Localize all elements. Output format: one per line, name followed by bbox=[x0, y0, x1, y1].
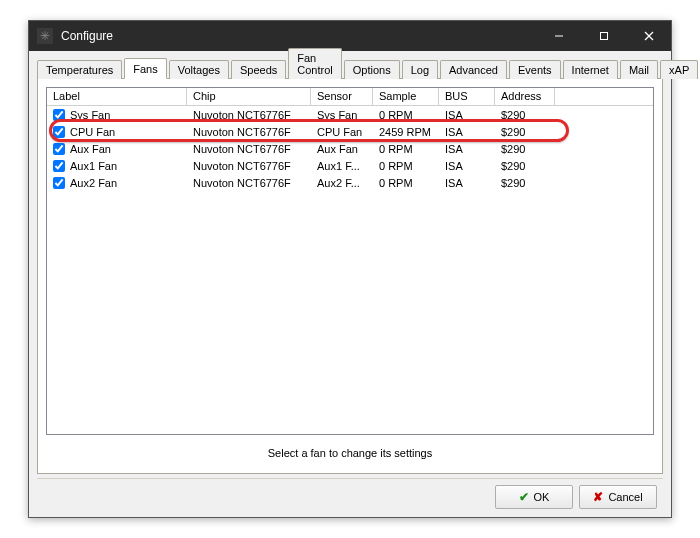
close-button[interactable] bbox=[626, 21, 671, 51]
listview-body: Sys FanNuvoton NCT6776FSys Fan0 RPMISA$2… bbox=[47, 106, 653, 191]
row-chip: Nuvoton NCT6776F bbox=[187, 143, 311, 155]
row-sample: 0 RPM bbox=[373, 177, 439, 189]
row-sensor: Aux2 F... bbox=[311, 177, 373, 189]
row-bus: ISA bbox=[439, 177, 495, 189]
tab-options[interactable]: Options bbox=[344, 60, 400, 79]
row-sensor: CPU Fan bbox=[311, 126, 373, 138]
row-address: $290 bbox=[495, 177, 555, 189]
row-sensor: Sys Fan bbox=[311, 109, 373, 121]
row-bus: ISA bbox=[439, 126, 495, 138]
tab-panel-fans: Label Chip Sensor Sample BUS Address Sys… bbox=[37, 79, 663, 474]
tab-events[interactable]: Events bbox=[509, 60, 561, 79]
row-sample: 0 RPM bbox=[373, 160, 439, 172]
row-label: Sys Fan bbox=[70, 109, 110, 121]
row-sensor: Aux Fan bbox=[311, 143, 373, 155]
tab-internet[interactable]: Internet bbox=[563, 60, 618, 79]
row-checkbox[interactable] bbox=[53, 143, 65, 155]
row-chip: Nuvoton NCT6776F bbox=[187, 177, 311, 189]
row-sensor: Aux1 F... bbox=[311, 160, 373, 172]
check-icon: ✔ bbox=[519, 490, 529, 504]
row-sample: 0 RPM bbox=[373, 143, 439, 155]
cancel-button[interactable]: ✘ Cancel bbox=[579, 485, 657, 509]
table-row[interactable]: Aux2 FanNuvoton NCT6776FAux2 F...0 RPMIS… bbox=[47, 174, 653, 191]
cross-icon: ✘ bbox=[593, 490, 603, 504]
svg-rect-1 bbox=[600, 33, 607, 40]
row-label: CPU Fan bbox=[70, 126, 115, 138]
row-address: $290 bbox=[495, 143, 555, 155]
row-label: Aux1 Fan bbox=[70, 160, 117, 172]
listview-header: Label Chip Sensor Sample BUS Address bbox=[47, 88, 653, 106]
row-bus: ISA bbox=[439, 160, 495, 172]
col-address[interactable]: Address bbox=[495, 88, 555, 105]
row-checkbox[interactable] bbox=[53, 109, 65, 121]
row-checkbox[interactable] bbox=[53, 177, 65, 189]
tab-voltages[interactable]: Voltages bbox=[169, 60, 229, 79]
row-checkbox[interactable] bbox=[53, 126, 65, 138]
col-bus[interactable]: BUS bbox=[439, 88, 495, 105]
window-title: Configure bbox=[61, 29, 113, 43]
cancel-button-label: Cancel bbox=[608, 491, 642, 503]
row-sample: 0 RPM bbox=[373, 109, 439, 121]
row-address: $290 bbox=[495, 126, 555, 138]
ok-button-label: OK bbox=[534, 491, 550, 503]
row-bus: ISA bbox=[439, 143, 495, 155]
tab-strip: TemperaturesFansVoltagesSpeedsFan Contro… bbox=[37, 57, 663, 79]
tab-speeds[interactable]: Speeds bbox=[231, 60, 286, 79]
row-sample: 2459 RPM bbox=[373, 126, 439, 138]
row-address: $290 bbox=[495, 109, 555, 121]
col-label[interactable]: Label bbox=[47, 88, 187, 105]
fan-listview[interactable]: Label Chip Sensor Sample BUS Address Sys… bbox=[46, 87, 654, 435]
tab-fans[interactable]: Fans bbox=[124, 58, 166, 79]
col-sample[interactable]: Sample bbox=[373, 88, 439, 105]
tab-temperatures[interactable]: Temperatures bbox=[37, 60, 122, 79]
ok-button[interactable]: ✔ OK bbox=[495, 485, 573, 509]
configure-window: ✳ Configure TemperaturesFansVoltagesSpee… bbox=[28, 20, 672, 518]
row-chip: Nuvoton NCT6776F bbox=[187, 160, 311, 172]
row-label: Aux Fan bbox=[70, 143, 111, 155]
titlebar: ✳ Configure bbox=[29, 21, 671, 51]
row-label: Aux2 Fan bbox=[70, 177, 117, 189]
button-row: ✔ OK ✘ Cancel bbox=[37, 478, 663, 509]
tab-advanced[interactable]: Advanced bbox=[440, 60, 507, 79]
app-icon: ✳ bbox=[37, 28, 53, 44]
table-row[interactable]: Sys FanNuvoton NCT6776FSys Fan0 RPMISA$2… bbox=[47, 106, 653, 123]
table-row[interactable]: Aux1 FanNuvoton NCT6776FAux1 F...0 RPMIS… bbox=[47, 157, 653, 174]
table-row[interactable]: Aux FanNuvoton NCT6776FAux Fan0 RPMISA$2… bbox=[47, 140, 653, 157]
table-row[interactable]: CPU FanNuvoton NCT6776FCPU Fan2459 RPMIS… bbox=[47, 123, 653, 140]
row-bus: ISA bbox=[439, 109, 495, 121]
col-chip[interactable]: Chip bbox=[187, 88, 311, 105]
tab-mail[interactable]: Mail bbox=[620, 60, 658, 79]
maximize-button[interactable] bbox=[581, 21, 626, 51]
col-sensor[interactable]: Sensor bbox=[311, 88, 373, 105]
tab-log[interactable]: Log bbox=[402, 60, 438, 79]
row-chip: Nuvoton NCT6776F bbox=[187, 126, 311, 138]
row-chip: Nuvoton NCT6776F bbox=[187, 109, 311, 121]
tab-xap[interactable]: xAP bbox=[660, 60, 698, 79]
tab-fan-control[interactable]: Fan Control bbox=[288, 48, 341, 79]
row-checkbox[interactable] bbox=[53, 160, 65, 172]
row-address: $290 bbox=[495, 160, 555, 172]
minimize-button[interactable] bbox=[536, 21, 581, 51]
hint-text: Select a fan to change its settings bbox=[46, 435, 654, 465]
